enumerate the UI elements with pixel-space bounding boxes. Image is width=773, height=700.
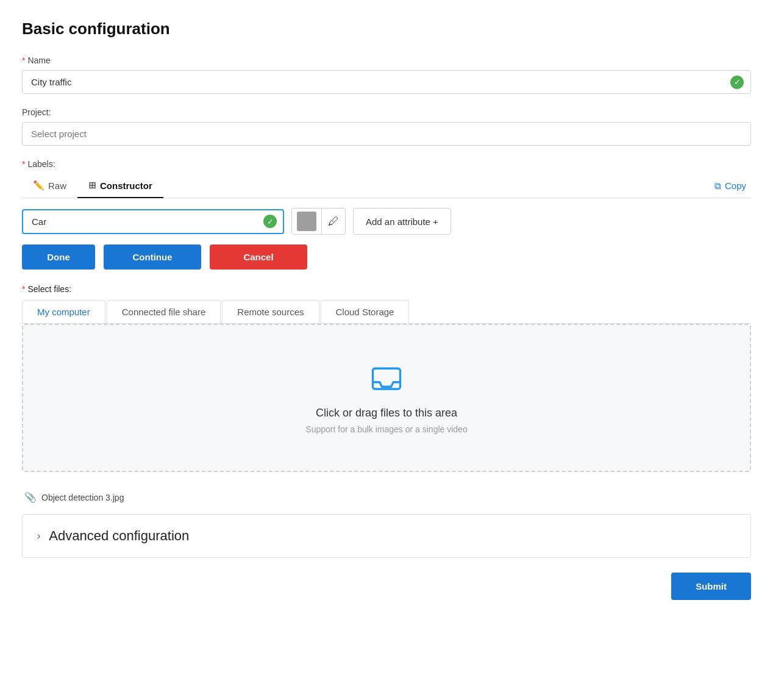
name-required-star: * [22,55,25,65]
project-field-group: Project: [22,107,751,146]
chevron-right-icon: › [37,530,40,541]
tab-constructor[interactable]: ⊞ Constructor [77,174,163,198]
labels-section: * Labels: ✏️ Raw ⊞ Constructor ⧉ Copy ✓ [22,159,751,235]
attachment-row: 📎 Object detection 3.jpg [22,485,751,509]
action-buttons-row: Done Continue Cancel [22,245,751,270]
select-files-section: * Select files: My computer Connected fi… [22,284,751,472]
copy-button[interactable]: ⧉ Copy [710,177,751,195]
paperclip-icon: 📎 [24,491,37,503]
drop-zone-subtitle: Support for a bulk images or a single vi… [305,424,467,434]
file-tab-connected-file-share[interactable]: Connected file share [107,300,221,323]
eyedropper-button[interactable]: 🖊 [321,209,345,234]
label-editor-row: ✓ 🖊 Add an attribute + [22,208,751,235]
labels-label: * Labels: [22,159,751,169]
drop-zone[interactable]: Click or drag files to this area Support… [22,324,751,472]
select-files-label: * Select files: [22,284,751,294]
tab-raw[interactable]: ✏️ Raw [22,174,77,198]
tab-constructor-label: Constructor [100,180,152,191]
color-tool-group: 🖊 [291,208,346,235]
advanced-config-title: Advanced configuration [49,528,189,544]
name-field-group: * Name ✓ [22,55,751,94]
done-button[interactable]: Done [22,245,95,270]
raw-tab-icon: ✏️ [33,180,45,191]
labels-required-star: * [22,159,25,169]
file-tab-remote-sources[interactable]: Remote sources [222,300,319,323]
label-name-input[interactable] [22,209,284,234]
advanced-config-section[interactable]: › Advanced configuration [22,514,751,558]
copy-button-label: Copy [725,180,746,191]
continue-button[interactable]: Continue [104,245,201,270]
submit-row: Submit [22,573,751,600]
color-swatch[interactable] [297,212,316,231]
file-tabs: My computer Connected file share Remote … [22,300,751,324]
submit-button[interactable]: Submit [671,573,751,600]
drop-zone-icon [368,362,405,398]
file-tab-my-computer[interactable]: My computer [22,300,105,323]
label-input-wrapper: ✓ [22,209,284,234]
labels-tabs-left: ✏️ Raw ⊞ Constructor [22,174,163,198]
cancel-button[interactable]: Cancel [210,245,307,270]
attachment-filename: Object detection 3.jpg [41,493,124,502]
add-attribute-button[interactable]: Add an attribute + [353,208,451,235]
project-label: Project: [22,107,751,117]
name-valid-icon: ✓ [730,76,744,89]
eyedropper-icon: 🖊 [328,215,339,228]
project-input[interactable] [22,122,751,146]
constructor-tab-icon: ⊞ [88,180,96,191]
name-input[interactable] [22,70,751,94]
select-files-required-star: * [22,284,25,294]
file-tab-cloud-storage[interactable]: Cloud Storage [321,300,410,323]
label-valid-icon: ✓ [263,215,277,228]
labels-label-text: Labels: [27,159,55,169]
tab-raw-label: Raw [48,180,66,191]
page-title: Basic configuration [22,20,751,38]
drop-zone-title: Click or drag files to this area [316,407,457,420]
name-label: * Name [22,55,751,65]
copy-icon: ⧉ [714,180,721,191]
labels-tabs-row: ✏️ Raw ⊞ Constructor ⧉ Copy [22,174,751,198]
name-label-text: Name [27,55,50,65]
name-input-wrapper: ✓ [22,70,751,94]
select-files-label-text: Select files: [27,284,71,294]
project-label-text: Project: [22,107,51,117]
add-attribute-label: Add an attribute + [366,216,438,227]
